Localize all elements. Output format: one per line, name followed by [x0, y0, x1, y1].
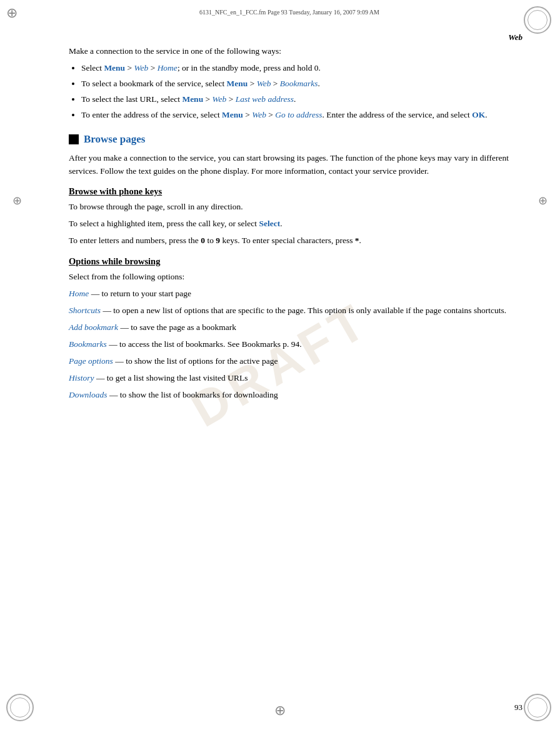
corner-decoration-tr: [524, 6, 554, 36]
crosshair-bottom: ⊕: [274, 702, 286, 718]
bullet-3-web: Web: [212, 94, 227, 104]
option-home-desc: — to return to your start page: [89, 289, 191, 298]
bullet-3-lasturl: Last web address: [236, 94, 294, 104]
option-downloads-term: Downloads: [69, 390, 108, 399]
option-home: Home — to return to your start page: [69, 288, 510, 301]
options-intro: Select from the following options:: [69, 271, 510, 284]
bullet-3-menu: Menu: [182, 94, 203, 104]
bullet-1-sep2: >: [148, 63, 157, 72]
corner-decoration-bl: [6, 694, 36, 724]
ornate-circle-bl: [6, 694, 34, 721]
option-bookmarks: Bookmarks — to access the list of bookma…: [69, 338, 510, 351]
browse-phone-keys-heading: Browse with phone keys: [69, 186, 510, 197]
corner-decoration-tl: ⊕: [6, 6, 36, 36]
bullet-3-before: To select the last URL, select: [81, 94, 182, 104]
bullet-1-text-before: Select: [81, 63, 104, 72]
option-downloads: Downloads — to show the list of bookmark…: [69, 389, 510, 402]
bullet-1: Select Menu > Web > Home; or in the stan…: [81, 62, 510, 75]
bullet-list: Select Menu > Web > Home; or in the stan…: [81, 62, 510, 122]
corner-decoration-br: [524, 694, 554, 724]
option-shortcuts-desc: — to open a new list of options that are…: [101, 306, 506, 315]
bullet-4: To enter the address of the service, sel…: [81, 109, 510, 122]
option-downloads-desc: — to show the list of bookmarks for down…: [108, 390, 278, 399]
bullet-1-home: Home: [158, 63, 178, 72]
bullet-4-ok: OK: [472, 110, 485, 119]
bullet-4-web: Web: [252, 110, 266, 119]
option-page-options: Page options — to show the list of optio…: [69, 355, 510, 368]
bullet-2-menu: Menu: [227, 79, 248, 88]
intro-text: Make a connection to the service in one …: [69, 45, 510, 58]
option-history: History — to get a list showing the last…: [69, 372, 510, 385]
browse-line-3: To enter letters and numbers, press the …: [69, 234, 510, 248]
file-info: 6131_NFC_en_1_FCC.fm Page 93 Tuesday, Ja…: [69, 9, 510, 16]
option-page-options-term: Page options: [69, 356, 113, 366]
select-link: Select: [259, 219, 280, 228]
option-bookmarks-term: Bookmarks: [69, 339, 107, 349]
bullet-1-after: ; or in the standby mode, press and hold…: [178, 63, 321, 72]
main-content: Make a connection to the service in one …: [69, 45, 510, 680]
option-bookmarks-desc: — to access the list of bookmarks. See B…: [107, 339, 302, 349]
ornate-circle-br: [524, 694, 551, 721]
bullet-4-before: To enter the address of the service, sel…: [81, 110, 222, 119]
crosshair-tl: ⊕: [6, 6, 36, 20]
options-browsing-heading: Options while browsing: [69, 256, 510, 267]
option-shortcuts: Shortcuts — to open a new list of option…: [69, 304, 510, 318]
browse-pages-body: After you make a connection to the servi…: [69, 152, 510, 178]
option-history-term: History: [69, 373, 94, 382]
content-inner: Make a connection to the service in one …: [69, 45, 510, 402]
browse-line-2: To select a highlighted item, press the …: [69, 218, 510, 231]
bullet-2: To select a bookmark of the service, sel…: [81, 78, 510, 91]
browse-pages-heading: Browse pages: [69, 133, 510, 146]
option-add-bookmark-term: Add bookmark: [69, 322, 118, 332]
bullet-2-bookmarks: Bookmarks: [280, 79, 318, 88]
bullet-1-menu: Menu: [104, 63, 125, 72]
bottom-center-marker: ⊕: [274, 704, 286, 718]
bullet-2-before: To select a bookmark of the service, sel…: [81, 79, 227, 88]
options-list: Home — to return to your start page Shor…: [69, 288, 510, 401]
bullet-3: To select the last URL, select Menu > We…: [81, 93, 510, 106]
right-marker-mid: ⊕: [538, 194, 548, 208]
bullet-4-goto: Go to address: [275, 110, 322, 119]
bullet-1-sep1: >: [125, 63, 134, 72]
option-add-bookmark-desc: — to save the page as a bookmark: [118, 322, 236, 332]
page-number: 93: [514, 702, 522, 712]
option-shortcuts-term: Shortcuts: [69, 306, 101, 315]
browse-line-1: To browse through the page, scroll in an…: [69, 201, 510, 214]
option-add-bookmark: Add bookmark — to save the page as a boo…: [69, 321, 510, 334]
bullet-4-menu: Menu: [222, 110, 243, 119]
page-header-right: Web: [508, 32, 522, 42]
option-page-options-desc: — to show the list of options for the ac…: [113, 356, 278, 366]
bullet-2-web: Web: [257, 79, 271, 88]
option-home-term: Home: [69, 289, 89, 298]
bullet-1-web: Web: [134, 63, 149, 72]
option-history-desc: — to get a list showing the last visited…: [94, 373, 248, 382]
section-heading-box: [69, 134, 79, 144]
left-marker-mid: ⊕: [12, 194, 22, 208]
browse-pages-title: Browse pages: [84, 133, 145, 146]
ornate-circle-tr: [524, 6, 551, 34]
